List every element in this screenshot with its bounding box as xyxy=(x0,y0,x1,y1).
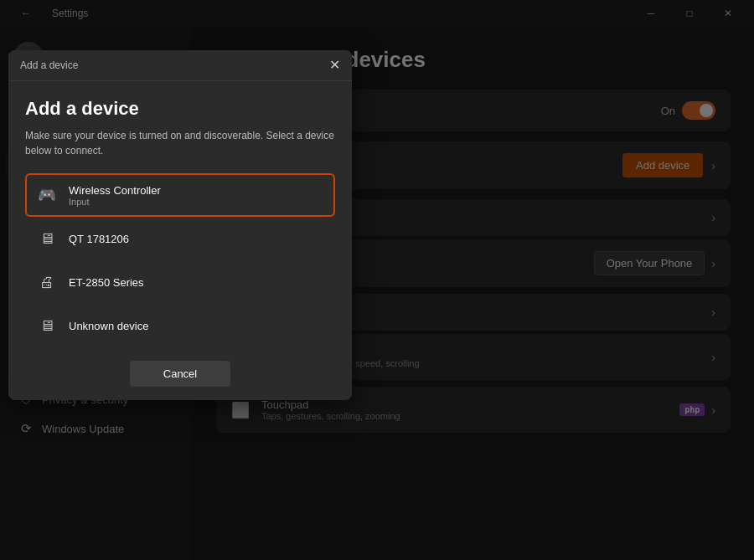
device-info-unknown: Unknown device xyxy=(69,320,148,332)
qt-icon: 🖥 xyxy=(35,227,59,250)
modal-titlebar: Add a device ✕ xyxy=(8,50,352,81)
modal-device-wireless-controller[interactable]: 🎮 Wireless Controller Input xyxy=(25,173,335,217)
add-device-modal: Add a device ✕ Add a device Make sure yo… xyxy=(8,50,352,400)
modal-heading: Add a device xyxy=(25,98,335,120)
modal-description: Make sure your device is turned on and d… xyxy=(25,128,335,158)
modal-device-qt[interactable]: 🖥 QT 1781206 xyxy=(25,217,335,260)
device-info-qt: QT 1781206 xyxy=(69,233,129,245)
modal-device-list: 🎮 Wireless Controller Input 🖥 QT 1781206… xyxy=(25,173,335,347)
device-info-wireless-controller: Wireless Controller Input xyxy=(69,184,161,207)
modal-close-button[interactable]: ✕ xyxy=(329,59,340,72)
wireless-controller-icon: 🎮 xyxy=(35,183,59,207)
unknown-icon: 🖥 xyxy=(35,314,59,337)
device-info-et: ET-2850 Series xyxy=(69,276,144,289)
device-name-qt: QT 1781206 xyxy=(69,233,129,245)
cancel-button[interactable]: Cancel xyxy=(130,361,230,387)
device-name-et: ET-2850 Series xyxy=(69,276,144,289)
modal-body: Add a device Make sure your device is tu… xyxy=(8,81,352,347)
modal-overlay: Add a device ✕ Add a device Make sure yo… xyxy=(0,0,754,560)
et-icon: 🖨 xyxy=(35,270,59,294)
modal-footer: Cancel xyxy=(8,347,352,400)
device-type-wireless-controller: Input xyxy=(69,197,161,207)
app-body: 👤 Cesar Cadenas 🔍 ⊞ System ⬡ Bluetooth &… xyxy=(0,27,754,560)
device-name-unknown: Unknown device xyxy=(69,320,148,332)
modal-titlebar-text: Add a device xyxy=(20,59,78,71)
modal-device-et[interactable]: 🖨 ET-2850 Series xyxy=(25,260,335,304)
device-name-wireless-controller: Wireless Controller xyxy=(69,184,161,197)
modal-device-unknown[interactable]: 🖥 Unknown device xyxy=(25,304,335,347)
